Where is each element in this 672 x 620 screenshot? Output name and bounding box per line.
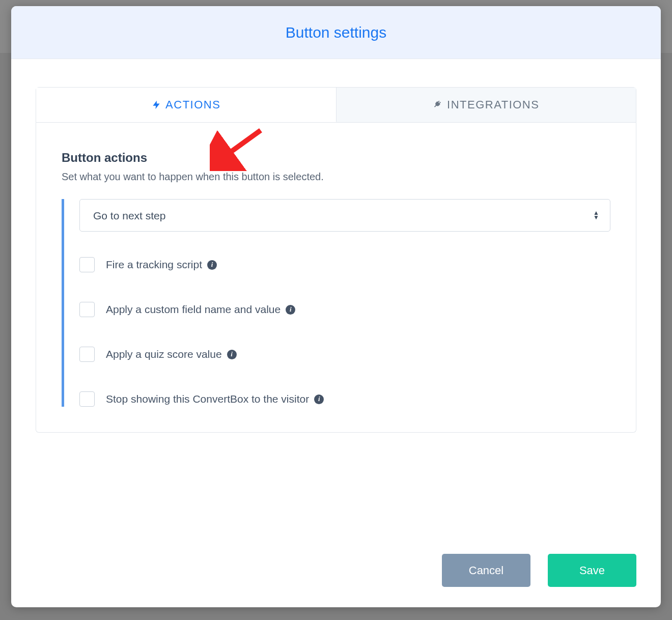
- option-stop-showing: Stop showing this ConvertBox to the visi…: [79, 391, 610, 407]
- tab-integrations-label: INTEGRATIONS: [447, 98, 539, 111]
- checkbox-quiz-score[interactable]: [79, 347, 95, 362]
- label-stop-showing: Stop showing this ConvertBox to the visi…: [106, 393, 324, 405]
- section-title: Button actions: [62, 151, 610, 165]
- label-fire-tracking: Fire a tracking script i: [106, 259, 217, 271]
- action-config: Go to next step ▲▼ Fire a tracking scrip…: [62, 199, 610, 407]
- tab-actions[interactable]: ACTIONS: [36, 88, 337, 122]
- cancel-button[interactable]: Cancel: [442, 554, 530, 587]
- label-quiz-score: Apply a quiz score value i: [106, 348, 237, 360]
- modal-body: ACTIONS INTEGRATIONS Button actions Set …: [11, 59, 661, 448]
- section-subtitle: Set what you want to happen when this bu…: [62, 171, 610, 183]
- checkbox-fire-tracking[interactable]: [79, 257, 95, 272]
- modal-header: Button settings: [11, 6, 661, 59]
- checkbox-stop-showing[interactable]: [79, 391, 95, 407]
- info-icon[interactable]: i: [227, 350, 237, 359]
- option-custom-field: Apply a custom field name and value i: [79, 302, 610, 317]
- info-icon[interactable]: i: [207, 260, 217, 270]
- info-icon[interactable]: i: [286, 305, 295, 315]
- button-settings-modal: Button settings ACTIONS INTEGRATIONS But…: [11, 6, 661, 607]
- modal-footer: Cancel Save: [442, 554, 636, 587]
- checkbox-custom-field[interactable]: [79, 302, 95, 317]
- option-fire-tracking: Fire a tracking script i: [79, 257, 610, 272]
- tab-content-actions: Button actions Set what you want to happ…: [36, 123, 636, 433]
- label-custom-field: Apply a custom field name and value i: [106, 303, 295, 316]
- tab-actions-label: ACTIONS: [165, 98, 220, 111]
- info-icon[interactable]: i: [314, 394, 324, 404]
- tabs: ACTIONS INTEGRATIONS: [36, 87, 636, 123]
- plug-icon: [433, 100, 443, 110]
- action-select-wrap: Go to next step ▲▼: [79, 199, 610, 232]
- save-button[interactable]: Save: [548, 554, 636, 587]
- bolt-icon: [151, 100, 161, 110]
- action-select[interactable]: Go to next step: [79, 199, 610, 232]
- option-quiz-score: Apply a quiz score value i: [79, 347, 610, 362]
- modal-title: Button settings: [286, 24, 386, 41]
- tab-integrations[interactable]: INTEGRATIONS: [337, 88, 636, 122]
